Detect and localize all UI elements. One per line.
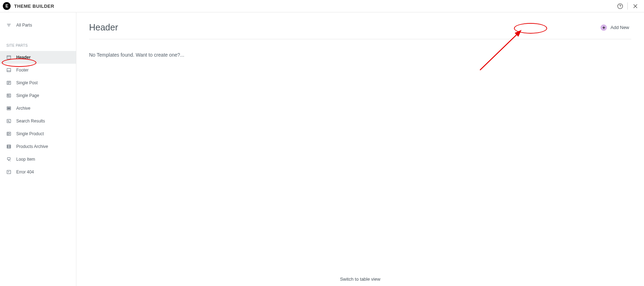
sidebar-item-archive[interactable]: Archive bbox=[0, 102, 76, 115]
error-404-icon bbox=[6, 170, 11, 175]
svg-rect-34 bbox=[7, 145, 8, 146]
elementor-logo: E bbox=[3, 2, 11, 10]
topbar-title: THEME BUILDER bbox=[14, 4, 54, 9]
sidebar-item-header[interactable]: Header bbox=[0, 51, 76, 64]
sidebar-item-loop-item[interactable]: Loop Item bbox=[0, 153, 76, 166]
sidebar-item-error-404[interactable]: Error 404 bbox=[0, 166, 76, 178]
layout: All Parts SITE PARTS Header Footer bbox=[0, 12, 644, 286]
help-icon[interactable] bbox=[616, 2, 624, 10]
sidebar-item-label: Single Product bbox=[16, 131, 44, 136]
sidebar-item-label: Footer bbox=[16, 68, 29, 73]
svg-rect-38 bbox=[7, 158, 10, 160]
all-parts-icon bbox=[6, 23, 11, 28]
svg-rect-29 bbox=[8, 133, 9, 135]
svg-rect-35 bbox=[9, 145, 10, 146]
sidebar-item-search-results[interactable]: Search Results bbox=[0, 115, 76, 127]
svg-rect-22 bbox=[9, 108, 10, 108]
logo-text: E bbox=[5, 4, 8, 8]
single-post-icon bbox=[6, 80, 11, 85]
header-icon bbox=[6, 55, 11, 60]
sidebar-item-single-product[interactable]: Single Product bbox=[0, 127, 76, 140]
switch-table-view-link[interactable]: Switch to table view bbox=[340, 276, 380, 282]
main-header: Header + Add New bbox=[89, 22, 631, 39]
footer-icon bbox=[6, 68, 11, 73]
sidebar-item-label: Single Post bbox=[16, 80, 38, 85]
svg-rect-23 bbox=[8, 109, 9, 109]
sidebar-item-products-archive[interactable]: Products Archive bbox=[0, 140, 76, 153]
sidebar: All Parts SITE PARTS Header Footer bbox=[0, 12, 76, 286]
page-title: Header bbox=[89, 22, 118, 33]
sidebar-item-single-post[interactable]: Single Post bbox=[0, 76, 76, 89]
sidebar-all-parts[interactable]: All Parts bbox=[0, 20, 76, 30]
sidebar-item-label: Search Results bbox=[16, 119, 45, 124]
sidebar-item-label: Single Page bbox=[16, 93, 39, 98]
svg-rect-16 bbox=[8, 95, 9, 96]
svg-point-1 bbox=[620, 7, 620, 7]
svg-rect-37 bbox=[9, 147, 10, 148]
sidebar-item-label: Loop Item bbox=[16, 157, 35, 162]
close-icon[interactable] bbox=[631, 2, 639, 10]
site-parts-label: SITE PARTS bbox=[0, 44, 76, 51]
svg-rect-24 bbox=[9, 109, 10, 109]
svg-rect-36 bbox=[7, 147, 8, 148]
svg-line-27 bbox=[9, 121, 10, 122]
add-new-label: Add New bbox=[610, 25, 629, 30]
loop-item-icon bbox=[6, 157, 11, 162]
site-parts-section: SITE PARTS Header Footer Single Post bbox=[0, 44, 76, 178]
archive-icon bbox=[6, 106, 11, 111]
single-page-icon bbox=[6, 93, 11, 98]
topbar: E THEME BUILDER bbox=[0, 0, 644, 12]
svg-rect-21 bbox=[8, 108, 9, 108]
single-product-icon bbox=[6, 131, 11, 136]
search-results-icon bbox=[6, 119, 11, 124]
sidebar-item-single-page[interactable]: Single Page bbox=[0, 89, 76, 102]
sidebar-item-label: Header bbox=[16, 55, 31, 60]
empty-state-text: No Templates found. Want to create one?.… bbox=[89, 52, 631, 58]
products-archive-icon bbox=[6, 144, 11, 149]
sidebar-item-label: Products Archive bbox=[16, 144, 48, 149]
svg-rect-7 bbox=[7, 56, 11, 59]
sidebar-item-label: Archive bbox=[16, 106, 30, 111]
svg-rect-9 bbox=[7, 68, 11, 72]
all-parts-label: All Parts bbox=[16, 23, 32, 28]
svg-point-26 bbox=[8, 120, 9, 122]
plus-icon: + bbox=[601, 24, 607, 31]
sidebar-item-label: Error 404 bbox=[16, 170, 34, 175]
topbar-actions bbox=[616, 2, 639, 10]
topbar-divider bbox=[627, 2, 628, 10]
add-new-button[interactable]: + Add New bbox=[600, 23, 631, 32]
main-area: Header + Add New No Templates found. Wan… bbox=[76, 12, 644, 286]
sidebar-item-footer[interactable]: Footer bbox=[0, 64, 76, 76]
